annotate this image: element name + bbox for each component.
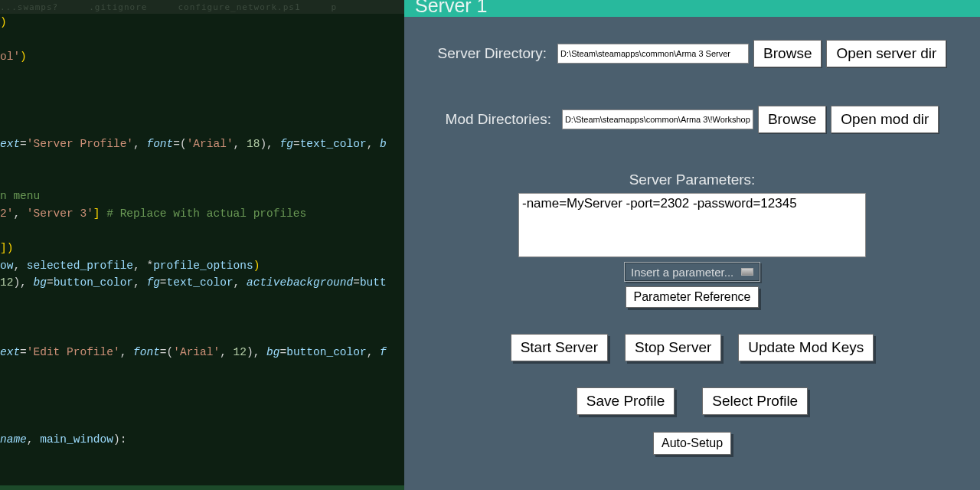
editor-tab[interactable]: configure_network.ps1 <box>178 2 300 12</box>
window-title-bar: Server 1 <box>404 0 980 17</box>
profile-action-row: Save Profile Select Profile <box>415 387 969 415</box>
auto-setup-button[interactable]: Auto-Setup <box>653 432 731 455</box>
mod-dir-row: Mod Directories: Browse Open mod dir <box>415 106 969 133</box>
server-params-label: Server Parameters: <box>629 172 756 188</box>
browse-server-dir-button[interactable]: Browse <box>753 40 822 67</box>
mod-dir-input[interactable] <box>562 109 753 129</box>
status-bar <box>0 485 404 490</box>
server-dir-input[interactable] <box>557 44 749 64</box>
select-profile-button[interactable]: Select Profile <box>702 387 808 415</box>
server-dir-row: Server Directory: Browse Open server dir <box>415 40 969 67</box>
open-server-dir-button[interactable]: Open server dir <box>826 40 946 67</box>
window-title: Server 1 <box>415 0 487 11</box>
save-profile-button[interactable]: Save Profile <box>577 387 675 415</box>
server-action-row: Start Server Stop Server Update Mod Keys <box>415 334 969 361</box>
server-params-input[interactable] <box>518 193 866 257</box>
editor-tabs: ...swamps? .gitignore configure_network.… <box>0 0 404 14</box>
server-params-block: Server Parameters: Insert a parameter...… <box>415 172 969 308</box>
editor-tab[interactable]: .gitignore <box>89 2 147 12</box>
mod-dir-label: Mod Directories: <box>446 111 551 128</box>
server-profile-window: Server 1 Server Directory: Browse Open s… <box>404 0 980 490</box>
editor-tab[interactable]: ...swamps? <box>0 2 58 12</box>
update-mod-keys-button[interactable]: Update Mod Keys <box>738 334 874 361</box>
code-text[interactable]: )ol')ext='Server Profile', font=('Arial'… <box>0 14 404 466</box>
dropdown-label: Insert a parameter... <box>631 266 733 279</box>
editor-tab[interactable]: p <box>332 2 338 12</box>
browse-mod-dir-button[interactable]: Browse <box>758 106 826 133</box>
parameter-reference-button[interactable]: Parameter Reference <box>626 286 760 308</box>
start-server-button[interactable]: Start Server <box>511 334 608 361</box>
open-mod-dir-button[interactable]: Open mod dir <box>831 106 939 133</box>
insert-parameter-dropdown[interactable]: Insert a parameter... <box>624 262 760 282</box>
auto-setup-row: Auto-Setup <box>415 432 969 455</box>
server-dir-label: Server Directory: <box>438 45 547 62</box>
stop-server-button[interactable]: Stop Server <box>625 334 721 361</box>
chevron-down-icon <box>741 268 753 276</box>
code-editor-pane: ...swamps? .gitignore configure_network.… <box>0 0 404 490</box>
